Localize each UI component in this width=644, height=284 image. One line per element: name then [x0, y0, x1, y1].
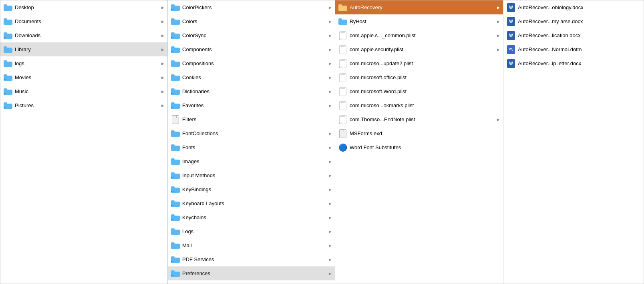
library-item-colorsync[interactable]: ↩ ColorSync ▶ — [168, 28, 335, 42]
word-template-icon: WT — [507, 45, 515, 54]
item-label: AutoRecover...obiology.docx — [518, 4, 640, 10]
item-label: com.microso...update2.plist — [350, 60, 500, 66]
library-item-compositions[interactable]: Compositions ▶ — [168, 56, 335, 70]
pref-empty-5 — [335, 210, 503, 224]
item-label: com.apple.security.plist — [350, 46, 495, 52]
folder-alias-icon: ↩ — [171, 255, 180, 264]
item-label: ColorPickers — [182, 4, 327, 10]
pref-empty-4 — [335, 196, 503, 210]
chevron-icon: ▶ — [329, 216, 332, 220]
item-label: Movies — [15, 74, 160, 80]
pref-item-autorecovery[interactable]: AutoRecovery ▶ — [335, 0, 503, 14]
chevron-icon: ▶ — [329, 62, 332, 66]
folder-alias-icon: ↩ — [171, 199, 180, 208]
pref-item-byhost[interactable]: ByHost ▶ — [335, 14, 503, 28]
folder-alias-icon: ↩ — [4, 73, 12, 82]
pref-item-ms-update[interactable]: ↩ com.microso...update2.plist — [335, 56, 503, 70]
library-item-colors[interactable]: Colors ▶ — [168, 14, 335, 28]
item-label: Images — [182, 158, 327, 164]
folder-alias-icon: ↩ — [4, 31, 12, 40]
item-label: Compositions — [182, 60, 327, 66]
chevron-icon: ▶ — [329, 174, 332, 178]
folder-alias-icon: ↩ — [171, 213, 180, 222]
library-item-inputmethods[interactable]: ↩ Input Methods ▶ — [168, 168, 335, 182]
folder-alias-icon: ↩ — [4, 101, 12, 110]
finder-icon: 🔵 — [338, 143, 347, 152]
sidebar-item-music[interactable]: ↩ Music ▶ — [0, 84, 167, 98]
chevron-icon: ▶ — [497, 20, 500, 24]
pref-item-ms-office[interactable]: com.microsoft.office.plist — [335, 70, 503, 84]
item-label: Documents — [15, 18, 160, 24]
pref-item-ms-bookmarks[interactable]: com.microso...okmarks.plist — [335, 98, 503, 112]
item-label: com.microsoft.Word.plist — [350, 88, 500, 94]
item-label: Mail — [182, 242, 327, 248]
sidebar-item-downloads[interactable]: ↩ Downloads ▶ — [0, 28, 167, 42]
chevron-icon: ▶ — [161, 6, 164, 10]
sidebar-item-library[interactable]: Library ▶ — [0, 42, 167, 56]
pref-item-msforms[interactable]: MSForms.exd — [335, 126, 503, 140]
chevron-icon: ▶ — [161, 104, 164, 108]
pref-item-ms-word[interactable]: com.microsoft.Word.plist — [335, 84, 503, 98]
autorecov-item-normal[interactable]: WT AutoRecover...Normal.dotm — [503, 42, 644, 56]
pref-item-apple-common[interactable]: ↩ com.apple.s..._common.plist ▶ — [335, 28, 503, 42]
library-item-filters[interactable]: Filters — [168, 112, 335, 126]
library-item-images[interactable]: Images ▶ — [168, 154, 335, 168]
item-label: AutoRecover...Normal.dotm — [518, 46, 640, 52]
sidebar-item-desktop[interactable]: Desktop ▶ — [0, 0, 167, 14]
pref-empty-1 — [335, 154, 503, 168]
library-item-fonts[interactable]: Fonts ▶ — [168, 140, 335, 154]
library-item-pdfservices[interactable]: ↩ PDF Services ▶ — [168, 252, 335, 266]
folder-icon — [171, 241, 180, 250]
item-label: Dictionaries — [182, 88, 327, 94]
chevron-icon: ▶ — [161, 76, 164, 80]
sidebar-item-logs[interactable]: logs ▶ — [0, 56, 167, 70]
item-label: Pictures — [15, 102, 160, 108]
column-3: AutoRecovery ▶ ByHost ▶ ↩ com.apple.s...… — [335, 0, 503, 284]
word-doc-icon: W — [507, 17, 515, 26]
item-label: Downloads — [15, 32, 160, 38]
word-doc-icon: W — [507, 59, 515, 68]
folder-alias-icon: ↩ — [171, 31, 180, 40]
autorecov-item-letter[interactable]: W AutoRecover...ip letter.docx — [503, 56, 644, 70]
library-item-logs[interactable]: Logs ▶ — [168, 224, 335, 238]
chevron-icon: ▶ — [497, 34, 500, 38]
file-icon — [338, 129, 347, 138]
library-item-preferences[interactable]: ↩ Preferences ▶ — [168, 266, 335, 280]
chevron-icon: ▶ — [161, 20, 164, 24]
chevron-icon: ▶ — [329, 244, 332, 248]
folder-alias-icon: ↩ — [171, 185, 180, 194]
library-item-keyboardlayouts[interactable]: ↩ Keyboard Layouts ▶ — [168, 196, 335, 210]
pref-item-wordfont[interactable]: 🔵 Word Font Substitutes — [335, 140, 503, 154]
library-item-keybindings[interactable]: ↩ KeyBindings ▶ — [168, 182, 335, 196]
library-item-components[interactable]: ↩ Components ▶ — [168, 42, 335, 56]
chevron-icon: ▶ — [329, 76, 332, 80]
sidebar-item-movies[interactable]: ↩ Movies ▶ — [0, 70, 167, 84]
item-label: PDF Services — [182, 256, 327, 262]
library-item-keychains[interactable]: ↩ Keychains ▶ — [168, 210, 335, 224]
library-item-cookies[interactable]: Cookies ▶ — [168, 70, 335, 84]
library-item-colorpickers[interactable]: ↩ ColorPickers ▶ — [168, 0, 335, 14]
autorecov-item-lication[interactable]: W AutoRecover...lication.docx — [503, 28, 644, 42]
pref-empty-8 — [335, 252, 503, 266]
chevron-icon: ▶ — [329, 90, 332, 94]
word-doc-icon: W — [507, 31, 515, 40]
item-label: MSForms.exd — [350, 130, 500, 136]
plist-alias-icon: ↩ — [338, 31, 347, 40]
autorecov-item-obiology[interactable]: W AutoRecover...obiology.docx — [503, 0, 644, 14]
sidebar-item-pictures[interactable]: ↩ Pictures ▶ — [0, 98, 167, 112]
folder-icon — [171, 59, 180, 68]
folder-icon — [171, 17, 180, 26]
sidebar-item-documents[interactable]: Documents ▶ — [0, 14, 167, 28]
chevron-icon: ▶ — [329, 202, 332, 206]
pref-empty-6 — [335, 224, 503, 238]
library-item-dictionaries[interactable]: ↩ Dictionaries ▶ — [168, 84, 335, 98]
item-label: Word Font Substitutes — [350, 144, 500, 150]
library-item-fontcollections[interactable]: FontCollections ▶ — [168, 126, 335, 140]
item-label: Library — [15, 46, 160, 52]
autorecov-item-arse[interactable]: W AutoRecover...my arse.docx — [503, 14, 644, 28]
chevron-icon: ▶ — [497, 48, 500, 52]
library-item-mail[interactable]: Mail ▶ — [168, 238, 335, 252]
pref-item-thomson-endnote[interactable]: ↩ com.Thomso...EndNote.plist ▶ — [335, 112, 503, 126]
pref-item-apple-security[interactable]: com.apple.security.plist ▶ — [335, 42, 503, 56]
library-item-favorites[interactable]: ↩ Favorites ▶ — [168, 98, 335, 112]
